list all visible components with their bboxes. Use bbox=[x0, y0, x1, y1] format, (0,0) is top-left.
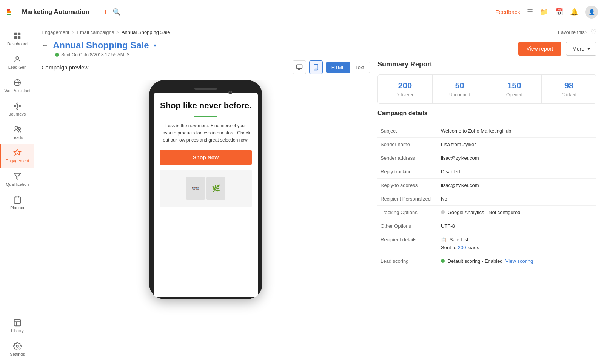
list-icon[interactable]: ☰ bbox=[527, 8, 533, 16]
svg-rect-17 bbox=[14, 320, 21, 326]
details-table: Subject Welcome to Zoho MarketingHub Sen… bbox=[378, 124, 596, 268]
folder-icon[interactable]: 📁 bbox=[540, 8, 548, 16]
table-row: Sender address lisac@zylker.com bbox=[378, 151, 596, 165]
table-row: Recipient Personalized No bbox=[378, 192, 596, 206]
title-dropdown-icon[interactable]: ▾ bbox=[154, 42, 156, 48]
detail-value-sender-address: lisac@zylker.com bbox=[438, 151, 596, 165]
stat-unopened-label: Unopened bbox=[436, 92, 484, 97]
table-row: Subject Welcome to Zoho MarketingHub bbox=[378, 124, 596, 138]
table-row: Lead scoring Default scoring - Enabled V… bbox=[378, 254, 596, 268]
svg-rect-4 bbox=[18, 33, 20, 35]
sidebar-item-lead-gen[interactable]: Lead Gen bbox=[0, 51, 34, 74]
sidebar-label-qualification: Qualification bbox=[6, 182, 29, 187]
sidebar-item-settings[interactable]: Settings bbox=[0, 338, 34, 361]
product-image-1: 👓 bbox=[186, 177, 205, 200]
preview-header: Campaign preview HTML Text bbox=[42, 60, 370, 74]
svg-rect-2 bbox=[7, 14, 11, 15]
more-button[interactable]: More ▾ bbox=[566, 42, 596, 56]
view-report-button[interactable]: View report bbox=[518, 42, 562, 56]
breadcrumb-sep2: > bbox=[116, 29, 119, 35]
stat-unopened: 50 Unopened bbox=[433, 75, 487, 103]
svg-rect-3 bbox=[14, 33, 17, 35]
detail-label-reply-tracking: Reply tracking bbox=[378, 165, 438, 179]
sidebar-item-engagement[interactable]: Engagement bbox=[0, 144, 34, 168]
topbar: Marketing Automation + 🔍 Feedback ☰ 📁 📅 … bbox=[0, 0, 604, 24]
shop-now-button[interactable]: Shop Now bbox=[160, 150, 252, 165]
table-row: Tracking Options Google Analytics - Not … bbox=[378, 206, 596, 219]
sent-to-count-link[interactable]: 200 bbox=[458, 245, 466, 250]
sidebar: Dashboard Lead Gen Web Assistant Journey… bbox=[0, 24, 34, 364]
email-body-text: Less is the new more. Find more of your … bbox=[160, 122, 252, 144]
sale-list-icon: 📋 bbox=[441, 237, 447, 242]
recipient-list: 📋 Sale List bbox=[441, 237, 593, 242]
detail-label-sender-address: Sender address bbox=[378, 151, 438, 165]
email-divider bbox=[194, 116, 217, 117]
add-button[interactable]: + bbox=[103, 7, 108, 17]
sidebar-item-library[interactable]: Library bbox=[0, 314, 34, 338]
bell-icon[interactable]: 🔔 bbox=[570, 8, 578, 16]
search-icon[interactable]: 🔍 bbox=[112, 8, 121, 16]
view-scoring-link[interactable]: View scoring bbox=[505, 258, 533, 264]
sidebar-label-web-assistant: Web Assistant bbox=[4, 88, 31, 93]
svg-point-7 bbox=[16, 57, 18, 59]
sidebar-item-dashboard[interactable]: Dashboard bbox=[0, 27, 34, 51]
sidebar-label-journeys: Journeys bbox=[9, 112, 26, 116]
page-header: ← Annual Shopping Sale ▾ Sent On Oct/28/… bbox=[34, 36, 604, 60]
breadcrumb-email-campaigns[interactable]: Email campaigns bbox=[77, 29, 114, 35]
detail-value-tracking: Google Analytics - Not configured bbox=[438, 206, 596, 219]
product-preview: 👓 🌿 bbox=[160, 170, 252, 207]
sidebar-item-web-assistant[interactable]: Web Assistant bbox=[0, 74, 34, 97]
product-images: 👓 🌿 bbox=[186, 177, 225, 200]
svg-marker-15 bbox=[14, 173, 21, 180]
svg-point-14 bbox=[18, 128, 21, 130]
more-dropdown-icon: ▾ bbox=[587, 46, 590, 52]
html-format-button[interactable]: HTML bbox=[326, 62, 350, 73]
heart-icon[interactable]: ♡ bbox=[590, 28, 596, 36]
page-header-left: ← Annual Shopping Sale ▾ Sent On Oct/28/… bbox=[42, 40, 156, 57]
back-button[interactable]: ← bbox=[42, 42, 48, 49]
favorite-label: Favorite this? bbox=[558, 29, 587, 35]
table-row: Other Options UTF-8 bbox=[378, 219, 596, 233]
sent-status: Sent On Oct/28/2018 12:55 AM IST bbox=[55, 52, 156, 57]
sidebar-item-journeys[interactable]: Journeys bbox=[0, 97, 34, 121]
sidebar-item-planner[interactable]: Planner bbox=[0, 191, 34, 214]
avatar[interactable]: 👤 bbox=[585, 6, 598, 19]
detail-label-sender-name: Sender name bbox=[378, 138, 438, 151]
svg-point-9 bbox=[14, 105, 16, 107]
sidebar-item-qualification[interactable]: Qualification bbox=[0, 168, 34, 191]
phone-camera-icon bbox=[228, 91, 232, 94]
mobile-view-button[interactable] bbox=[309, 60, 323, 74]
svg-rect-0 bbox=[7, 9, 10, 11]
more-label: More bbox=[572, 46, 584, 52]
stats-row: 200 Delivered 50 Unopened 150 Opened 98 … bbox=[378, 74, 596, 104]
svg-rect-19 bbox=[296, 65, 302, 69]
sidebar-label-planner: Planner bbox=[10, 205, 25, 210]
detail-label-tracking: Tracking Options bbox=[378, 206, 438, 219]
phone-container: Shop like never before. Less is the new … bbox=[42, 80, 370, 356]
email-content: Shop like never before. Less is the new … bbox=[154, 93, 258, 215]
main-layout: Dashboard Lead Gen Web Assistant Journey… bbox=[0, 24, 604, 364]
breadcrumb-bar: Engagement > Email campaigns > Annual Sh… bbox=[34, 24, 604, 36]
desktop-view-button[interactable] bbox=[293, 60, 306, 74]
stat-delivered-label: Delivered bbox=[381, 92, 429, 97]
sidebar-item-leads[interactable]: Leads bbox=[0, 121, 34, 144]
breadcrumb-sep1: > bbox=[72, 29, 75, 35]
svg-point-11 bbox=[17, 103, 18, 105]
detail-value-reply-to: lisac@zylker.com bbox=[438, 179, 596, 192]
stat-unopened-value: 50 bbox=[436, 81, 484, 91]
breadcrumb-engagement[interactable]: Engagement bbox=[42, 29, 69, 35]
sidebar-label-settings: Settings bbox=[10, 352, 25, 356]
table-row: Reply-to address lisac@zylker.com bbox=[378, 179, 596, 192]
logo-area: Marketing Automation bbox=[6, 6, 89, 18]
text-format-button[interactable]: Text bbox=[350, 62, 370, 73]
preview-panel: Campaign preview HTML Text bbox=[42, 60, 370, 356]
page-title: Annual Shopping Sale bbox=[53, 40, 149, 51]
detail-value-personalized: No bbox=[438, 192, 596, 206]
favorite-area: Favorite this? ♡ bbox=[558, 28, 596, 36]
feedback-link[interactable]: Feedback bbox=[495, 9, 520, 15]
calendar-icon[interactable]: 📅 bbox=[555, 8, 563, 16]
detail-value-subject: Welcome to Zoho MarketingHub bbox=[438, 124, 596, 138]
status-text: Sent On Oct/28/2018 12:55 AM IST bbox=[61, 52, 133, 57]
detail-label-lead-scoring: Lead scoring bbox=[378, 254, 438, 268]
sidebar-label-dashboard: Dashboard bbox=[7, 42, 28, 46]
